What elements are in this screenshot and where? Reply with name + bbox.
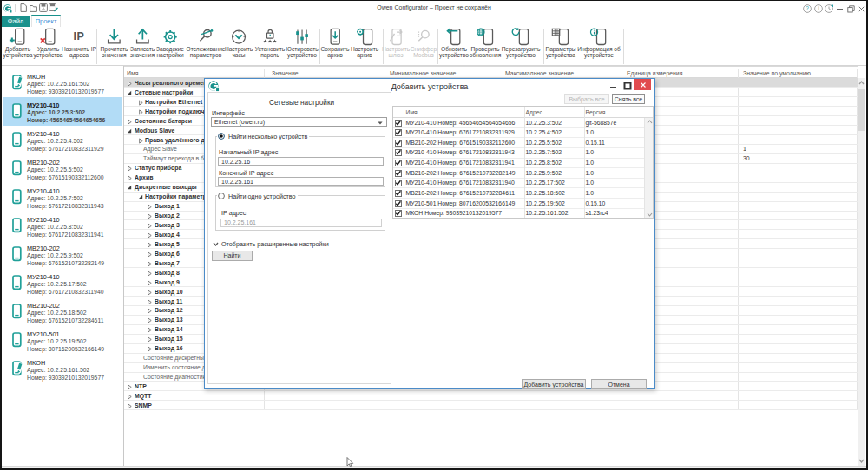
svg-text:i: i bbox=[818, 5, 819, 11]
svg-text:?: ? bbox=[806, 5, 809, 11]
